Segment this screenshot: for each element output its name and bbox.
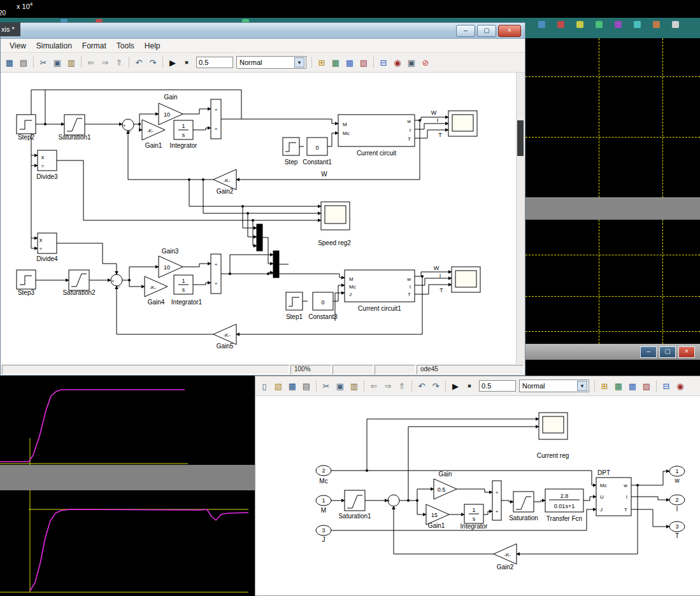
vertical-scrollbar[interactable] (516, 73, 525, 364)
maximize-button[interactable]: ▢ (477, 25, 496, 37)
svg-text:I: I (410, 284, 411, 290)
back-icon[interactable]: ⇐ (368, 380, 380, 392)
build-icon[interactable]: ▨ (640, 380, 653, 392)
block-scope1[interactable] (448, 111, 477, 136)
minimize-button[interactable]: – (640, 346, 657, 358)
w1-titlebar[interactable]: – ▢ × (1, 23, 525, 39)
up-icon[interactable]: ⇑ (113, 56, 125, 69)
svg-text:3: 3 (675, 523, 678, 530)
block-mux2[interactable] (273, 251, 279, 278)
block-sum4[interactable] (211, 254, 221, 294)
redo-icon[interactable]: ↷ (146, 56, 159, 69)
find-icon[interactable]: ◉ (674, 380, 687, 392)
find-icon[interactable]: ◉ (391, 56, 404, 69)
stop-icon[interactable]: ■ (463, 380, 476, 392)
run-icon[interactable]: ▶ (166, 56, 179, 69)
model-browser-icon[interactable]: ▣ (405, 56, 418, 69)
block-scope2[interactable] (452, 267, 480, 292)
maximize-button[interactable]: ▢ (659, 346, 676, 358)
scope-gridline (599, 38, 599, 197)
desktop-icon[interactable] (653, 21, 660, 28)
scope-gridline (525, 296, 700, 297)
scrollbar-thumb[interactable] (517, 120, 524, 156)
redo-icon[interactable]: ↷ (429, 380, 442, 392)
w1-diagram: Step2 Saturation1 + − Gain 10 -K- Gain1 … (1, 73, 517, 364)
desktop-icon[interactable] (557, 21, 564, 28)
up-icon[interactable]: ⇑ (396, 380, 408, 392)
back-icon[interactable]: ⇐ (85, 56, 97, 69)
forward-icon[interactable]: ⇒ (382, 380, 394, 392)
save-icon[interactable]: ▦ (286, 380, 299, 392)
block-speed-reg2-scope[interactable] (321, 202, 350, 230)
update-diagram-icon[interactable]: ▦ (329, 56, 342, 69)
new-icon[interactable]: ▯ (258, 380, 271, 392)
svg-text:T: T (624, 507, 627, 513)
svg-text:Gain1: Gain1 (145, 142, 162, 149)
block-current-circuit[interactable] (338, 115, 415, 146)
config-icon[interactable]: ▩ (343, 56, 356, 69)
w2-diagram: Current reg 2 Mc 1 M 3 J Saturation1 + −… (255, 396, 700, 595)
minimize-button[interactable]: – (456, 25, 475, 37)
desktop-icon[interactable] (615, 21, 622, 28)
library-browser-icon[interactable]: ⊟ (377, 56, 390, 69)
update-diagram-icon[interactable]: ▦ (612, 380, 625, 392)
block-saturation1[interactable] (345, 490, 365, 511)
block-step1[interactable] (286, 292, 303, 310)
svg-text:Step: Step (285, 159, 298, 166)
model-explorer-icon[interactable]: ⊞ (315, 56, 328, 69)
close-button[interactable]: × (498, 25, 521, 37)
cut-icon[interactable]: ✂ (37, 56, 50, 69)
desktop-icon[interactable] (576, 21, 583, 28)
stop-icon[interactable]: ■ (180, 56, 193, 69)
block-step3[interactable] (17, 270, 36, 289)
block-mux1[interactable] (257, 224, 262, 251)
model-explorer-icon[interactable]: ⊞ (598, 380, 611, 392)
menu-view[interactable]: View (4, 40, 31, 52)
config-icon[interactable]: ▩ (626, 380, 639, 392)
sim-mode-dropdown[interactable]: Normal ▼ (519, 380, 589, 392)
block-gain3[interactable] (159, 256, 183, 278)
copy-icon[interactable]: ▣ (51, 56, 64, 69)
debug-icon[interactable]: ⊘ (419, 56, 432, 69)
svg-text:−: − (118, 284, 121, 290)
paste-icon[interactable]: ▥ (65, 56, 78, 69)
run-icon[interactable]: ▶ (449, 380, 462, 392)
print-icon[interactable]: ▤ (17, 56, 30, 69)
forward-icon[interactable]: ⇒ (99, 56, 111, 69)
menu-format[interactable]: Format (77, 40, 111, 52)
block-current-reg-scope[interactable] (539, 413, 568, 439)
block-saturation[interactable] (513, 492, 534, 512)
desktop-icon[interactable] (634, 21, 641, 28)
menu-tools[interactable]: Tools (111, 40, 139, 52)
paste-icon[interactable]: ▥ (348, 380, 361, 392)
print-icon[interactable]: ▤ (300, 380, 313, 392)
copy-icon[interactable]: ▣ (334, 380, 346, 392)
sim-mode-value: Normal (522, 382, 545, 390)
block-step2[interactable] (17, 115, 36, 134)
scope-separator-band (525, 197, 700, 221)
undo-icon[interactable]: ↶ (132, 56, 145, 69)
sim-time-input[interactable] (479, 380, 516, 392)
svg-text:Gain3: Gain3 (162, 248, 179, 255)
close-button[interactable]: × (678, 346, 695, 358)
sim-mode-dropdown[interactable]: Normal ▼ (236, 56, 306, 69)
block-saturation1[interactable] (64, 115, 85, 135)
open-icon[interactable]: ▧ (272, 380, 285, 392)
block-saturation2[interactable] (69, 270, 89, 290)
block-divide3[interactable] (38, 150, 57, 171)
undo-icon[interactable]: ↶ (415, 380, 428, 392)
block-sum2[interactable] (211, 99, 221, 139)
cut-icon[interactable]: ✂ (320, 380, 332, 392)
menu-simulation[interactable]: Simulation (31, 40, 77, 52)
desktop-icon[interactable] (596, 21, 603, 28)
save-icon[interactable]: ▦ (3, 56, 16, 69)
desktop-icon[interactable] (538, 21, 545, 28)
library-browser-icon[interactable]: ⊟ (660, 380, 673, 392)
desktop-icon[interactable] (672, 21, 679, 28)
svg-text:Mc: Mc (600, 483, 607, 488)
sim-time-input[interactable] (196, 57, 233, 68)
menu-help[interactable]: Help (139, 40, 166, 52)
build-icon[interactable]: ▨ (357, 56, 370, 69)
scope-panel-divider (0, 465, 255, 490)
block-step[interactable] (283, 138, 299, 155)
